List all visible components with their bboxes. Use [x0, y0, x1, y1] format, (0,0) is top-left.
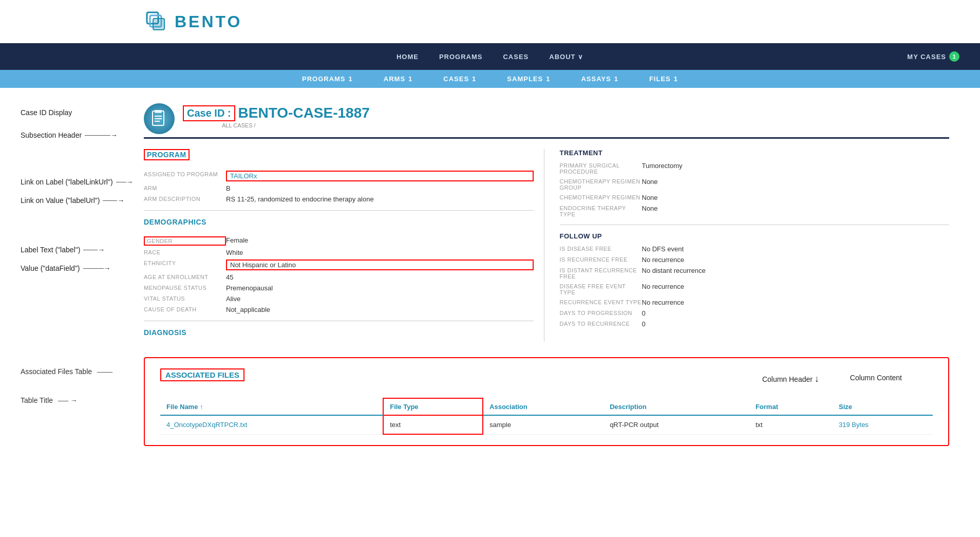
- nav-programs[interactable]: PROGRAMS: [439, 53, 483, 61]
- nav-about[interactable]: ABOUT ∨: [549, 53, 583, 61]
- stat-assays-count: 1: [614, 75, 618, 83]
- followup-value-recurrence-event: No recurrence: [642, 299, 950, 306]
- ann-label-text: Label Text ("label") →: [21, 246, 134, 254]
- demographics-label-gender: GENDER: [144, 236, 226, 246]
- program-section-header: PROGRAM: [144, 149, 190, 160]
- followup-value-recurrence-free: No recurrence: [642, 256, 950, 264]
- svg-rect-4: [155, 110, 162, 113]
- ann-case-id-display: Case ID Display: [21, 108, 134, 117]
- case-icon: [144, 103, 175, 134]
- treatment-value-chemo-group: None: [642, 178, 950, 186]
- demographics-section-header: DEMOGRAPHICS: [144, 218, 534, 226]
- logo-bar: BENTO: [0, 0, 980, 43]
- followup-value-recurrence: 0: [642, 320, 950, 328]
- stat-cases-count: 1: [472, 75, 476, 83]
- mycases-label: MY CASES: [907, 53, 946, 61]
- col-header-filetype: File Type: [383, 398, 483, 415]
- program-label-arm-desc: ARM DESCRIPTION: [144, 195, 226, 202]
- main-content: Case ID Display Subsection Header → Link…: [0, 88, 980, 357]
- followup-field-recurrence: DAYS TO RECURRENCE 0: [560, 320, 950, 328]
- demographics-value-gender: Female: [226, 236, 534, 244]
- col-header-size: Size: [833, 398, 933, 415]
- stat-samples-label: SAMPLES: [507, 75, 543, 83]
- demographics-value-age: 45: [226, 273, 534, 281]
- bottom-area: Associated Files Table Table Title → ASS…: [0, 357, 980, 456]
- treatment-field-endocrine: ENDOCRINE THERAPY TYPE None: [560, 205, 950, 217]
- followup-value-disease-free: No DFS event: [642, 245, 950, 253]
- followup-section: FOLLOW UP IS DISEASE FREE No DFS event I…: [560, 232, 950, 328]
- diagnosis-section-header: DIAGNOSIS: [144, 328, 534, 337]
- demographics-label-race: RACE: [144, 249, 226, 255]
- program-label-arm: ARM: [144, 184, 226, 191]
- left-annotations: Case ID Display Subsection Header → Link…: [21, 103, 134, 342]
- demographics-field-race: RACE White: [144, 249, 534, 256]
- demographics-value-menopause: Premenopausal: [226, 284, 534, 292]
- stat-assays[interactable]: ASSAYS 1: [581, 75, 618, 83]
- stat-assays-label: ASSAYS: [581, 75, 611, 83]
- files-table-header-row: File Name ↑ File Type Association Descri…: [160, 398, 933, 415]
- demographics-label-vital: VITAL STATUS: [144, 295, 226, 302]
- treatment-field-chemo-group: CHEMOTHERAPY REGIMEN GROUP None: [560, 178, 950, 191]
- demographics-value-race: White: [226, 249, 534, 256]
- stat-samples[interactable]: SAMPLES 1: [507, 75, 550, 83]
- demographics-label-ethnicity: ETHNICITY: [144, 260, 226, 266]
- stat-files-label: FILES: [649, 75, 671, 83]
- diagnosis-section: DIAGNOSIS: [144, 328, 534, 337]
- treatment-value-surgical: Tumorectomy: [642, 162, 950, 170]
- cell-filename[interactable]: 4_OncotypeDXqRTPCR.txt: [160, 415, 383, 434]
- table-row: 4_OncotypeDXqRTPCR.txt text sample qRT-P…: [160, 415, 933, 434]
- treatment-label-chemo: CHEMOTHERAPY REGIMEN: [560, 194, 642, 200]
- nav-home[interactable]: HOME: [397, 53, 419, 61]
- treatment-section-header: TREATMENT: [560, 149, 950, 157]
- treatment-value-endocrine: None: [642, 205, 950, 212]
- demographics-label-menopause: MENOPAUSE STATUS: [144, 284, 226, 291]
- demographics-field-death: CAUSE OF DEATH Not_applicable: [144, 306, 534, 313]
- program-divider: [144, 210, 534, 211]
- followup-label-recurrence-free: IS RECURRENCE FREE: [560, 256, 642, 263]
- program-label-assigned: ASSIGNED TO PROGRAM: [144, 171, 226, 177]
- followup-label-recurrence-event: RECURRENCE EVENT TYPE: [560, 299, 642, 305]
- ann-subsection-header: Subsection Header →: [21, 131, 134, 139]
- followup-value-distant-recurrence: No distant recurrence: [642, 267, 950, 274]
- demographics-field-ethnicity: ETHNICITY Not Hispanic or Latino: [144, 260, 534, 270]
- bottom-annotations: Associated Files Table Table Title →: [21, 357, 134, 446]
- stat-arms[interactable]: ARMS 1: [384, 75, 413, 83]
- case-divider: [144, 137, 949, 139]
- case-id-block: Case ID : BENTO-CASE-1887 ALL CASES /: [183, 105, 370, 133]
- followup-value-disease-event: No recurrence: [642, 283, 950, 290]
- nav-mycases[interactable]: MY CASES 1: [907, 51, 959, 62]
- followup-label-progression: DAYS TO PROGRESSION: [560, 309, 642, 316]
- col-header-format: Format: [749, 398, 833, 415]
- case-detail: Case ID : BENTO-CASE-1887 ALL CASES / PR…: [144, 103, 949, 342]
- nav-cases[interactable]: CASES: [503, 53, 529, 61]
- demographics-value-death: Not_applicable: [226, 306, 534, 313]
- stat-programs[interactable]: PROGRAMS 1: [302, 75, 353, 83]
- followup-field-disease-free: IS DISEASE FREE No DFS event: [560, 245, 950, 253]
- stat-samples-count: 1: [546, 75, 550, 83]
- followup-field-recurrence-free: IS RECURRENCE FREE No recurrence: [560, 256, 950, 264]
- followup-field-distant-recurrence: IS DISTANT RECURRENCE FREE No distant re…: [560, 267, 950, 280]
- stat-programs-count: 1: [349, 75, 353, 83]
- demographics-field-age: AGE AT ENROLLMENT 45: [144, 273, 534, 281]
- files-section: ASSOCIATED FILES Column Header ↓ Column …: [144, 357, 949, 446]
- mycases-cart-icon: 1: [949, 51, 959, 62]
- col-header-description: Description: [604, 398, 749, 415]
- column-annotations: Column Header ↓ Column Content: [762, 374, 902, 384]
- stat-cases[interactable]: CASES 1: [443, 75, 476, 83]
- treatment-divider: [560, 225, 950, 225]
- program-field-arm-desc: ARM DESCRIPTION RS 11-25, randomized to …: [144, 195, 534, 203]
- treatment-label-surgical: PRIMARY SURGICAL PROCEDURE: [560, 162, 642, 175]
- case-header: Case ID : BENTO-CASE-1887 ALL CASES /: [144, 103, 949, 134]
- case-id-value: BENTO-CASE-1887: [238, 105, 370, 121]
- program-field-arm: ARM B: [144, 184, 534, 192]
- program-value-assigned[interactable]: TAILORx: [226, 171, 534, 181]
- stat-files[interactable]: FILES 1: [649, 75, 678, 83]
- case-info-right: TREATMENT PRIMARY SURGICAL PROCEDURE Tum…: [555, 149, 950, 342]
- followup-label-disease-free: IS DISEASE FREE: [560, 245, 642, 252]
- all-cases-link[interactable]: ALL CASES /: [222, 122, 370, 128]
- demographics-field-vital: VITAL STATUS Alive: [144, 295, 534, 303]
- bento-logo-icon: [144, 9, 168, 34]
- demographics-label-death: CAUSE OF DEATH: [144, 306, 226, 312]
- followup-label-disease-event: DISEASE FREE EVENT TYPE: [560, 283, 642, 295]
- demographics-field-gender: GENDER Female: [144, 236, 534, 246]
